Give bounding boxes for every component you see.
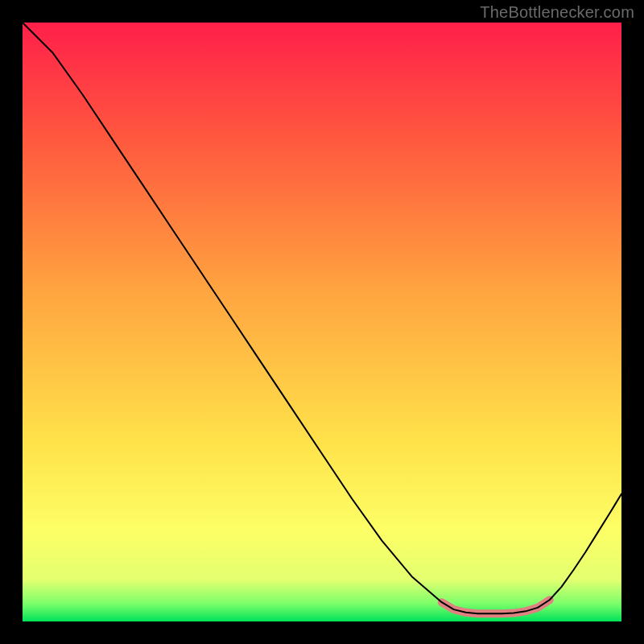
chart-frame: TheBottlenecker.com xyxy=(0,0,644,644)
attribution-text: TheBottlenecker.com xyxy=(480,3,634,22)
chart-svg xyxy=(23,23,621,621)
gradient-background xyxy=(23,23,621,621)
plot-area xyxy=(23,23,621,621)
